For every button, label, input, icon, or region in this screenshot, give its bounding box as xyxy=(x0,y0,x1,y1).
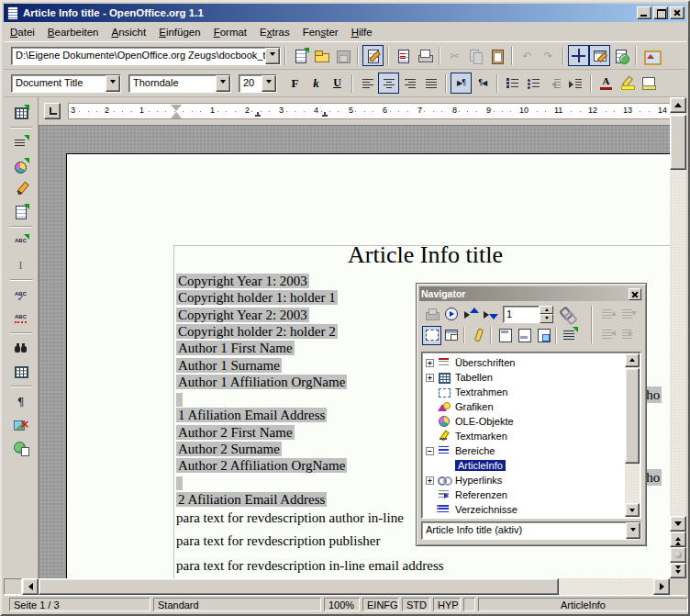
demote-level-button[interactable] xyxy=(618,324,638,343)
numbered-list-button[interactable] xyxy=(502,73,523,94)
underline-button[interactable]: U xyxy=(327,73,348,94)
vertical-scrollbar[interactable] xyxy=(670,97,686,578)
document-line[interactable]: Author 2 Surname xyxy=(176,441,282,457)
text-direction-rtl-button[interactable]: ¶◀ xyxy=(472,73,493,94)
previous-page-button[interactable] xyxy=(670,532,686,547)
scroll-right-button[interactable] xyxy=(653,578,670,595)
paragraph-style-combobox[interactable]: Document Title xyxy=(11,74,121,93)
previous-object-button[interactable] xyxy=(461,305,480,324)
tree-item-grafiken[interactable]: Grafiken xyxy=(425,399,639,414)
tree-scrollbar[interactable] xyxy=(625,353,640,517)
menu-hilfe[interactable]: Hilfe xyxy=(345,25,379,39)
paragraph-background-button[interactable] xyxy=(638,73,659,94)
redo-button[interactable]: ↷ xyxy=(538,45,559,66)
document-line[interactable]: 2 Afiliation Email Address xyxy=(176,491,327,508)
document-line[interactable]: Copyright Year 2: 2003 xyxy=(176,307,309,323)
menu-format[interactable]: Format xyxy=(207,25,253,39)
navigation-dot-button[interactable] xyxy=(670,547,686,563)
scroll-up-button[interactable] xyxy=(670,97,686,113)
bullet-list-button[interactable] xyxy=(523,73,544,94)
copy-button[interactable] xyxy=(465,45,486,66)
vertical-scroll-thumb[interactable] xyxy=(670,115,686,170)
spin-up-button[interactable] xyxy=(540,306,553,315)
text-direction-ltr-button[interactable]: ▶¶ xyxy=(451,73,472,94)
data-source-toggle-button[interactable] xyxy=(422,305,441,324)
collapse-icon[interactable]: − xyxy=(426,447,434,455)
increase-indent-button[interactable] xyxy=(565,73,586,94)
align-left-button[interactable] xyxy=(357,73,378,94)
next-page-button[interactable] xyxy=(670,563,686,578)
expand-icon[interactable]: + xyxy=(426,476,434,485)
listbox-toggle-button[interactable] xyxy=(422,326,441,345)
menu-bearbeiten[interactable]: Bearbeiten xyxy=(41,25,106,39)
horizontal-ruler[interactable]: 3 2 1 1 2 3 4 5 6 7 8 9 10 11 12 13 14 xyxy=(68,103,673,119)
undo-button[interactable]: ↶ xyxy=(517,45,538,66)
scroll-down-button[interactable] xyxy=(670,516,686,532)
cut-button[interactable]: ✂ xyxy=(444,45,465,66)
font-color-button[interactable]: A xyxy=(595,73,617,94)
scroll-left-button[interactable] xyxy=(22,578,39,595)
tab-type-button[interactable] xyxy=(44,103,61,119)
menu-einfuegen[interactable]: Einfügen xyxy=(152,25,206,39)
horizontal-scroll-thumb[interactable] xyxy=(39,578,559,595)
document-line[interactable]: 1 Afiliation Email Address xyxy=(176,407,327,423)
paragraph-style-value[interactable]: Document Title xyxy=(12,75,106,92)
tree-item-textmarken[interactable]: Textmarken xyxy=(425,429,639,443)
menu-ansicht[interactable]: Ansicht xyxy=(106,25,153,39)
font-dropdown-button[interactable] xyxy=(216,75,230,92)
font-size-value[interactable]: 20 xyxy=(239,75,262,92)
spin-down-button[interactable] xyxy=(540,314,553,323)
document-line[interactable]: Copyright holder 2: holder 2 xyxy=(176,323,338,340)
tab-stop-marker[interactable] xyxy=(322,115,328,117)
expand-icon[interactable]: + xyxy=(426,374,434,382)
document-line[interactable]: Copyright Year 1: 2003 xyxy=(176,273,309,289)
set-reminder-button[interactable] xyxy=(468,326,487,345)
tree-item-label-selected[interactable]: ArticleInfo xyxy=(455,460,506,471)
navigator-toggle-button[interactable] xyxy=(568,45,589,66)
menu-extras[interactable]: Extras xyxy=(253,25,296,39)
page-number-spinner[interactable]: 1 xyxy=(503,306,553,323)
document-line[interactable]: Copyright holder 1: holder 1 xyxy=(176,289,338,306)
document-heading[interactable]: Article Info title xyxy=(175,241,673,269)
load-url-value[interactable]: D:\Eigene Dokumente\OpenOffice.org Zeugs… xyxy=(12,48,265,64)
menu-fenster[interactable]: Fenster xyxy=(296,25,345,39)
bold-button[interactable]: F xyxy=(284,73,306,94)
status-insert-mode[interactable]: EINFG xyxy=(362,598,399,611)
page-number-value[interactable]: 1 xyxy=(503,306,540,323)
document-line[interactable]: Author 1 Surname xyxy=(176,357,282,374)
active-document-value[interactable]: Article Info title (aktiv) xyxy=(422,522,626,539)
tree-scroll-down-button[interactable] xyxy=(625,503,640,517)
document-select-combobox[interactable]: Article Info title (aktiv) xyxy=(421,521,641,540)
maximize-button[interactable] xyxy=(653,6,668,19)
heading-levels-button[interactable] xyxy=(560,326,579,345)
header-button[interactable] xyxy=(495,326,514,345)
insert-object-button[interactable] xyxy=(9,154,33,177)
tree-scroll-up-button[interactable] xyxy=(625,353,640,367)
document-dropdown-button[interactable] xyxy=(626,522,640,539)
nonprinting-characters-button[interactable]: ¶ xyxy=(9,390,33,413)
promote-chapter-button[interactable] xyxy=(598,304,618,323)
paste-button[interactable] xyxy=(486,45,507,66)
horizontal-scrollbar[interactable] xyxy=(4,578,686,595)
navigator-title-bar[interactable]: Navigator xyxy=(419,286,643,301)
style-dropdown-button[interactable] xyxy=(106,75,120,92)
title-bar[interactable]: Article Info title - OpenOffice.org 1.1 xyxy=(4,4,686,22)
anchor-text-button[interactable] xyxy=(533,326,552,345)
document-line[interactable]: Author 1 Affiliation OrgName xyxy=(176,374,347,390)
tab-stop-marker[interactable] xyxy=(255,115,261,117)
document-line[interactable]: Author 2 Affiliation OrgName xyxy=(176,457,347,474)
new-document-button[interactable] xyxy=(290,45,311,66)
draw-functions-button[interactable] xyxy=(9,177,33,200)
stylist-toggle-button[interactable] xyxy=(589,45,610,66)
navigator-close-button[interactable] xyxy=(629,288,641,300)
italic-button[interactable]: k xyxy=(306,73,327,94)
font-name-combobox[interactable]: Thorndale xyxy=(128,74,231,93)
next-object-button[interactable] xyxy=(480,305,499,324)
tree-item-textrahmen[interactable]: Textrahmen xyxy=(425,385,639,399)
hyperlink-dialog-button[interactable] xyxy=(610,45,631,66)
document-line[interactable]: para text for revdescription in-line ema… xyxy=(176,557,444,574)
status-zoom[interactable]: 100% xyxy=(324,598,360,611)
font-size-combobox[interactable]: 20 xyxy=(239,74,277,93)
insert-button[interactable] xyxy=(9,131,33,154)
navigator-content-tree[interactable]: + Überschriften + Tabellen Textrahmen Gr… xyxy=(421,352,641,519)
